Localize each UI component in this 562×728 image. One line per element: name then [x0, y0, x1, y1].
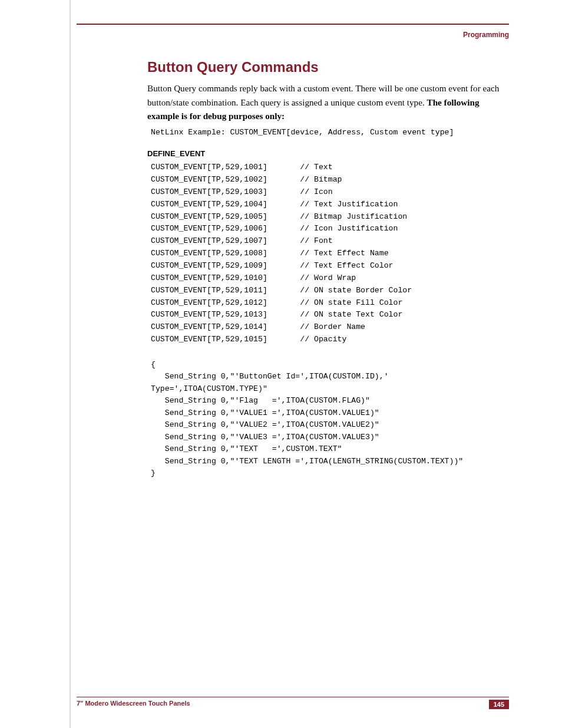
- intro-line2a: button/state combination. Each query is …: [147, 97, 427, 107]
- event-row: CUSTOM_EVENT[TP,529,1001] // Text: [151, 162, 509, 174]
- event-row: CUSTOM_EVENT[TP,529,1013] // ON state Te…: [151, 309, 509, 321]
- footer-title: 7" Modero Widescreen Touch Panels: [77, 700, 190, 709]
- event-row: CUSTOM_EVENT[TP,529,1006] // Icon Justif…: [151, 223, 509, 235]
- code-block: { Send_String 0,"'ButtonGet Id=',ITOA(CU…: [151, 359, 509, 480]
- event-row: CUSTOM_EVENT[TP,529,1011] // ON state Bo…: [151, 285, 509, 297]
- section-title: Button Query Commands: [147, 59, 509, 75]
- define-event-heading: DEFINE_EVENT: [147, 149, 509, 158]
- intro-line1: Button Query commands reply back with a …: [147, 83, 499, 93]
- footer-rule: [77, 697, 509, 697]
- header-section-label: Programming: [77, 31, 509, 39]
- intro-bold-1: The following: [427, 97, 480, 107]
- event-row: CUSTOM_EVENT[TP,529,1012] // ON state Fi…: [151, 297, 509, 309]
- content-area: Button Query Commands Button Query comma…: [147, 59, 509, 480]
- intro-paragraph: Button Query commands reply back with a …: [147, 81, 509, 123]
- page-number: 145: [489, 700, 509, 709]
- event-row: CUSTOM_EVENT[TP,529,1007] // Font: [151, 235, 509, 248]
- intro-bold-2: example is for debug purposes only:: [147, 111, 285, 121]
- footer-row: 7" Modero Widescreen Touch Panels 145: [77, 700, 509, 709]
- event-row: CUSTOM_EVENT[TP,529,1004] // Text Justif…: [151, 199, 509, 211]
- top-rule: [77, 24, 509, 25]
- page-footer: 7" Modero Widescreen Touch Panels 145: [77, 697, 509, 709]
- event-row: CUSTOM_EVENT[TP,529,1014] // Border Name: [151, 321, 509, 334]
- event-row: CUSTOM_EVENT[TP,529,1009] // Text Effect…: [151, 260, 509, 272]
- page-container: Programming Button Query Commands Button…: [0, 0, 562, 728]
- event-row: CUSTOM_EVENT[TP,529,1002] // Bitmap: [151, 174, 509, 186]
- event-list: CUSTOM_EVENT[TP,529,1001] // TextCUSTOM_…: [151, 162, 509, 346]
- event-row: CUSTOM_EVENT[TP,529,1010] // Word Wrap: [151, 272, 509, 285]
- event-row: CUSTOM_EVENT[TP,529,1008] // Text Effect…: [151, 248, 509, 260]
- event-row: CUSTOM_EVENT[TP,529,1005] // Bitmap Just…: [151, 211, 509, 223]
- netlinx-example: NetLinx Example: CUSTOM_EVENT[device, Ad…: [151, 127, 509, 139]
- event-row: CUSTOM_EVENT[TP,529,1015] // Opacity: [151, 334, 509, 346]
- event-row: CUSTOM_EVENT[TP,529,1003] // Icon: [151, 186, 509, 199]
